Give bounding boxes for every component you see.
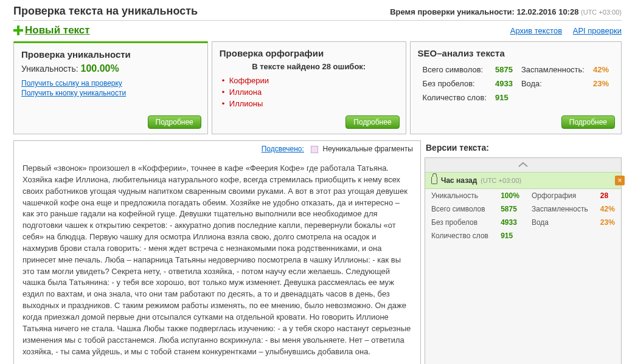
legend-bar: Подсвечено: Неуникальные фрагменты — [14, 141, 420, 157]
card-title: Проверка уникальности — [21, 49, 200, 60]
card-title: Проверка орфографии — [220, 48, 398, 58]
spell-summary: В тексте найдено 28 ошибок: — [220, 62, 398, 71]
page-title: Проверка текста на уникальность — [13, 5, 198, 18]
card-title: SEO–анализ текста — [418, 48, 614, 58]
check-time: Время проверки уникальности: 12.02.2016 … — [390, 7, 622, 16]
new-text-button[interactable]: Новый текст — [13, 24, 90, 36]
spell-error: Иллионы — [220, 98, 398, 109]
seo-table: Всего символов: 5875 Заспамленность: 42%… — [418, 62, 614, 105]
versions-panel: Час назад (UTC +03:00) × Уникальность 10… — [425, 157, 622, 364]
more-button[interactable]: Подробнее — [148, 115, 201, 129]
close-icon[interactable]: × — [615, 176, 625, 185]
text-body[interactable]: Первый «звонок» произошел в «Кофферии», … — [14, 157, 420, 357]
more-button[interactable]: Подробнее — [345, 115, 399, 129]
archive-link[interactable]: Архив текстов — [510, 26, 562, 35]
card-spelling: Проверка орфографии В тексте найдено 28 … — [212, 41, 406, 134]
versions-title: Версии текста: — [425, 140, 622, 157]
spell-error: Кофферии — [220, 75, 398, 86]
version-stats: Уникальность 100% Орфография 28 Всего си… — [425, 189, 621, 242]
version-header[interactable]: Час назад (UTC +03:00) × — [425, 172, 621, 189]
plus-icon — [13, 26, 23, 35]
card-uniqueness: Проверка уникальности Уникальность: 100.… — [13, 41, 208, 134]
more-button[interactable]: Подробнее — [561, 115, 615, 129]
page-header: Проверка текста на уникальность Время пр… — [13, 5, 622, 21]
scroll-up-button[interactable] — [425, 158, 621, 172]
get-link[interactable]: Получить ссылку на проверку — [21, 79, 200, 88]
legend-swatch — [311, 146, 318, 153]
chevron-up-icon — [518, 162, 528, 168]
card-seo: SEO–анализ текста Всего символов: 5875 З… — [410, 41, 622, 134]
api-link[interactable]: API проверки — [573, 26, 622, 35]
highlight-label[interactable]: Подсвечено: — [262, 145, 304, 153]
uniqueness-value: 100.00% — [81, 63, 119, 74]
get-button-link[interactable]: Получить кнопку уникальности — [21, 89, 200, 97]
lock-icon — [431, 177, 437, 184]
text-panel: Подсвечено: Неуникальные фрагменты Первы… — [13, 140, 421, 364]
spell-error: Иллиона — [220, 86, 398, 98]
